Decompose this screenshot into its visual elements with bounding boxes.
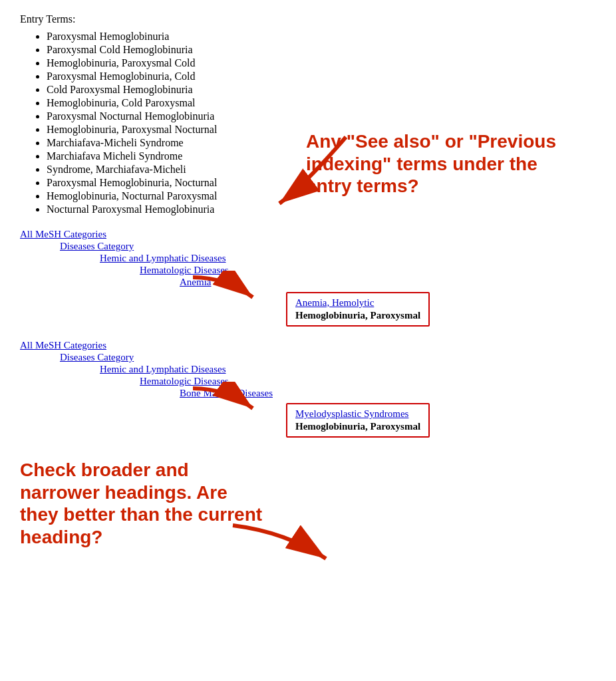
hierarchy-box-current: Hemoglobinuria, Paroxysmal <box>295 421 420 432</box>
annotation-top: Any "See also" or "Previous indexing" te… <box>306 130 585 198</box>
mesh-category-link[interactable]: Diseases Category <box>60 241 596 252</box>
mesh-category-link[interactable]: All MeSH Categories <box>20 340 596 351</box>
entry-terms-label: Entry Terms: <box>20 13 596 25</box>
mesh-hierarchy-2: All MeSH CategoriesDiseases CategoryHemi… <box>20 340 596 440</box>
mesh-hierarchy-1: All MeSH CategoriesDiseases CategoryHemi… <box>20 229 596 329</box>
entry-term-item: Hemoglobinuria, Paroxysmal Cold <box>47 57 596 69</box>
full-wrapper: Entry Terms: Paroxysmal HemoglobinuriaPa… <box>20 13 596 440</box>
entry-term-item: Hemoglobinuria, Cold Paroxysmal <box>47 97 596 109</box>
entry-term-item: Paroxysmal Cold Hemoglobinuria <box>47 44 596 56</box>
mesh-category-link[interactable]: Hemic and Lymphatic Diseases <box>100 253 596 264</box>
arrow-to-box-icon <box>186 382 266 422</box>
hierarchy-box-current: Hemoglobinuria, Paroxysmal <box>295 310 420 321</box>
hierarchy-box-link[interactable]: Myelodysplastic Syndromes <box>295 408 420 420</box>
arrow-bottom-icon <box>220 519 339 572</box>
highlighted-hierarchy-box: Myelodysplastic SyndromesHemoglobinuria,… <box>286 403 430 438</box>
mesh-category-link[interactable]: Diseases Category <box>60 352 596 363</box>
arrow-to-box-icon <box>186 271 266 311</box>
entry-term-item: Paroxysmal Hemoglobinuria <box>47 31 596 43</box>
highlighted-hierarchy-box: Anemia, HemolyticHemoglobinuria, Paroxys… <box>286 292 430 327</box>
top-section: Paroxysmal HemoglobinuriaParoxysmal Cold… <box>20 31 596 215</box>
hierarchy-box-link[interactable]: Anemia, Hemolytic <box>295 297 420 309</box>
mesh-category-link[interactable]: All MeSH Categories <box>20 229 596 240</box>
mesh-category-link[interactable]: Hemic and Lymphatic Diseases <box>100 364 596 375</box>
entry-term-item: Paroxysmal Nocturnal Hemoglobinuria <box>47 110 596 122</box>
entry-term-item: Nocturnal Paroxysmal Hemoglobinuria <box>47 204 596 215</box>
entry-term-item: Cold Paroxysmal Hemoglobinuria <box>47 84 596 96</box>
entry-term-item: Paroxysmal Hemoglobinuria, Cold <box>47 70 596 82</box>
